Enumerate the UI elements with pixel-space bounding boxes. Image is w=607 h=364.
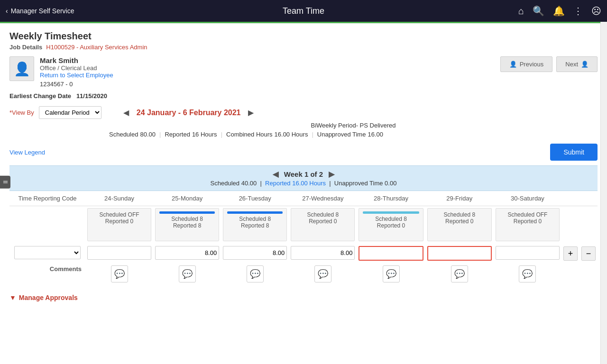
comment-cell-fri: 💬 [425, 264, 494, 284]
comment-btn-tue[interactable]: 💬 [247, 265, 264, 282]
fri-scheduled: Scheduled 8 [432, 211, 487, 218]
comment-btn-sun[interactable]: 💬 [111, 265, 128, 282]
rep-label: Reported [165, 131, 190, 138]
comment-icon-tue: 💬 [250, 269, 260, 279]
time-input-tue[interactable] [223, 246, 287, 260]
combined-value: 16.00 Hours [275, 131, 308, 138]
col-header-tue: 26-Tuesday [221, 191, 289, 206]
time-input-sun[interactable] [87, 246, 151, 260]
unapproved-value: 16.00 [368, 131, 383, 138]
input-cell-sun [85, 243, 153, 264]
earliest-change-label: Earliest Change Date [9, 92, 71, 100]
comment-cell-tue: 💬 [221, 264, 289, 284]
time-input-fri[interactable] [427, 246, 492, 261]
fri-reported: Reported 0 [432, 218, 487, 225]
day-cell-sun: Scheduled OFF Reported 0 [85, 206, 153, 244]
table-header-row: Time Reporting Code 24-Sunday 25-Monday … [9, 191, 598, 206]
comment-cell-mon: 💬 [153, 264, 221, 284]
day-info-mon: Scheduled 8 Reported 8 [155, 208, 219, 241]
day-cell-fri: Scheduled 8 Reported 0 [425, 206, 494, 244]
sched-label: Scheduled [109, 131, 138, 138]
period-prev-arrow[interactable]: ◀ [120, 107, 132, 118]
period-title: 24 January - 6 February 2021 [137, 109, 241, 117]
day-status-row: Scheduled OFF Reported 0 Scheduled 8 Rep… [9, 206, 598, 244]
back-label: Manager Self Service [11, 7, 74, 15]
time-input-thu[interactable] [359, 246, 423, 261]
prev-next-buttons: 👤 Previous Next 👤 [500, 56, 598, 72]
day-cell-thu: Scheduled 8 Reported 0 [357, 206, 425, 244]
previous-button[interactable]: 👤 Previous [500, 56, 553, 72]
comment-icon-wed: 💬 [318, 269, 328, 279]
period-sub: BiWeekly Period- PS Delivered [109, 122, 598, 129]
employee-info: Mark Smith Office / Clerical Lead Return… [40, 56, 113, 88]
view-by-label: *View By [9, 109, 34, 116]
next-button[interactable]: Next 👤 [556, 56, 598, 72]
manage-approvals[interactable]: ▼ Manage Approvals [9, 290, 598, 301]
input-cell-thu [357, 243, 425, 264]
period-next-arrow[interactable]: ▶ [245, 107, 257, 118]
day-info-fri: Scheduled 8 Reported 0 [427, 208, 492, 241]
trc-empty-cell [9, 206, 85, 244]
comment-btn-mon[interactable]: 💬 [179, 265, 196, 282]
time-input-sat[interactable] [496, 246, 560, 260]
sat-scheduled: Scheduled OFF [500, 211, 555, 218]
job-details-row: Job Details H1000529 - Auxiliary Service… [9, 44, 598, 51]
sched-value: 80.00 [140, 131, 156, 138]
next-icon: 👤 [581, 61, 589, 68]
scrollbar[interactable] [600, 22, 607, 309]
back-button[interactable]: ‹ Manager Self Service [6, 7, 74, 15]
wed-scheduled: Scheduled 8 [295, 211, 350, 218]
input-cell-wed [289, 243, 357, 264]
mon-scheduled: Scheduled 8 [159, 216, 215, 222]
search-icon[interactable]: 🔍 [533, 5, 544, 17]
add-row-button[interactable]: + [563, 246, 578, 261]
week-sched-value: 40.00 [241, 180, 257, 187]
add-remove-cell [561, 206, 579, 244]
page-title-nav: Team Time [283, 6, 324, 16]
remove-row-button[interactable]: − [581, 246, 596, 261]
thu-bar [363, 211, 419, 214]
comment-icon-mon: 💬 [182, 269, 193, 279]
week-prev-arrow[interactable]: ◀ [273, 170, 278, 179]
col-header-thu: 28-Thursday [357, 191, 425, 206]
week-next-arrow[interactable]: ▶ [329, 170, 334, 179]
page-title: Weekly Timesheet [9, 31, 598, 42]
view-legend-link[interactable]: View Legend [9, 149, 45, 156]
trc-select[interactable] [14, 246, 81, 259]
sidebar-tab[interactable]: II [0, 176, 10, 189]
day-info-tue: Scheduled 8 Reported 8 [223, 208, 287, 241]
comment-btn-sat[interactable]: 💬 [519, 265, 536, 282]
submit-button[interactable]: Submit [550, 144, 598, 161]
col-header-wed: 27-Wednesday [289, 191, 357, 206]
view-by-select[interactable]: Calendar Period [39, 106, 101, 119]
comments-row: Comments 💬 💬 💬 [9, 264, 598, 284]
comment-btn-wed[interactable]: 💬 [314, 265, 331, 282]
week-rep-label: Reported [265, 180, 290, 187]
input-cell-fri [425, 243, 494, 264]
home-icon[interactable]: ⌂ [518, 6, 524, 17]
day-info-sun: Scheduled OFF Reported 0 [87, 208, 151, 241]
sun-reported: Reported 0 [92, 218, 147, 225]
comment-btn-fri[interactable]: 💬 [451, 265, 468, 282]
employee-id: 1234567 - 0 [40, 81, 113, 88]
close-icon[interactable]: ☹ [591, 5, 601, 17]
col-header-remove [579, 191, 598, 206]
day-cell-sat: Scheduled OFF Reported 0 [494, 206, 561, 244]
comment-cell-sun: 💬 [85, 264, 153, 284]
more-icon[interactable]: ⋮ [573, 5, 583, 17]
comment-cell-sat: 💬 [494, 264, 561, 284]
time-input-mon[interactable] [155, 246, 219, 260]
week-unapp-label: Unapproved Time [334, 180, 383, 187]
comment-btn-thu[interactable]: 💬 [383, 265, 400, 282]
return-link[interactable]: Return to Select Employee [40, 72, 113, 79]
time-input-wed[interactable] [291, 246, 355, 260]
week-title: Week 1 of 2 [284, 170, 323, 178]
week-sub: Scheduled 40.00 | Reported 16.00 Hours |… [211, 180, 397, 187]
bell-icon[interactable]: 🔔 [553, 5, 565, 17]
week-unapp-value: 0.00 [385, 180, 396, 187]
comment-icon-thu: 💬 [386, 269, 396, 279]
view-by-row: *View By Calendar Period ◀ 24 January - … [9, 106, 598, 119]
col-header-add [561, 191, 579, 206]
sun-scheduled: Scheduled OFF [92, 211, 147, 218]
thu-scheduled: Scheduled 8 [363, 216, 419, 222]
